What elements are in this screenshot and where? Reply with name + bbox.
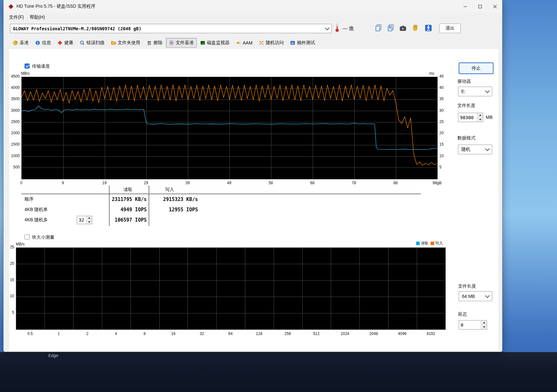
info-icon (35, 40, 40, 45)
block-chart-x-ticks: 0.512481632641282565121024204840968192 (16, 331, 445, 337)
read-legend-label: 读取 (421, 241, 428, 246)
file-length-unit: MB (486, 115, 493, 120)
copy-results-button[interactable] (374, 23, 383, 33)
red-cross-icon (57, 40, 63, 45)
transfer-speed-checkbox-label: 传输速度 (32, 63, 50, 69)
transfer-speed-chart (21, 77, 438, 179)
block-size-chart (16, 247, 446, 330)
tab-label: 额外测试 (297, 40, 315, 46)
results-write-value: 12955 IOPS (153, 207, 198, 213)
tab-error-scan[interactable]: 错误扫描 (77, 38, 107, 48)
file-benchmark-icon (169, 40, 174, 45)
tab-file-benchmark[interactable]: 文件基准 (166, 38, 197, 48)
transfer-speed-checkbox[interactable] (24, 63, 30, 69)
results-divider (21, 194, 421, 194)
maximize-button[interactable] (473, 0, 487, 13)
x-axis-ticks: 09192939495868788898gB (21, 181, 437, 186)
results-read-value: 2311795 KB/s (83, 196, 147, 202)
results-write-value: 2915323 KB/s (153, 196, 198, 202)
taskbar: Edge (0, 352, 557, 392)
tab-aam[interactable]: AAM (233, 38, 255, 47)
tab-label: 健康 (64, 40, 73, 46)
tab-random-access[interactable]: 随机访问 (256, 38, 287, 48)
delay-input[interactable] (459, 320, 481, 329)
block-size-checkbox-label: 块大小测量 (32, 234, 54, 240)
drive-dropdown[interactable]: E: (458, 87, 492, 96)
drive-dropdown-value: E: (461, 89, 465, 94)
tab-extra-tests[interactable]: 额外测试 (287, 38, 318, 48)
menubar: 文件(F) 帮助(H) (4, 13, 502, 22)
file-length-field-label: 文件长度 (457, 103, 475, 109)
app-icon (8, 4, 14, 9)
drive-selector-value: GLOWAY Professional2TNVMe-M.2/80SN09742 … (13, 26, 141, 31)
spinner-up-button[interactable] (481, 320, 487, 325)
file-length-input[interactable] (458, 113, 477, 122)
save-download-button[interactable] (424, 23, 433, 33)
results-row-label: 4KB 随机多 (24, 217, 48, 223)
results-row-label: 4KB 随机单 (24, 207, 48, 213)
tab-folder-usage[interactable]: 文件夹使用 (108, 38, 143, 48)
tab-info[interactable]: 信息 (32, 38, 54, 48)
read-legend-swatch (416, 242, 420, 245)
taskbar-item-edge[interactable]: Edge (48, 353, 58, 358)
window-title: HD Tune Pro 5.75 - 硬盘/SSD 实用程序 (16, 4, 95, 9)
spinner-down-button[interactable] (477, 118, 483, 122)
tab-label: 文件基准 (176, 40, 194, 46)
titlebar: HD Tune Pro 5.75 - 硬盘/SSD 实用程序 (4, 0, 502, 13)
speaker-icon (236, 40, 241, 45)
data-mode-dropdown-value: 随机 (461, 147, 470, 152)
data-mode-dropdown[interactable]: 随机 (458, 145, 492, 154)
camera-button[interactable] (398, 23, 408, 33)
file-length2-dropdown[interactable]: 64 MB (459, 291, 492, 301)
hdtune-window: HD Tune Pro 5.75 - 硬盘/SSD 实用程序 文件(F) 帮助(… (3, 0, 503, 352)
minimize-button[interactable] (458, 0, 473, 13)
results-write-header: 写入 (157, 187, 182, 193)
tabbar: 基准 信息 健康 错误扫描 文件夹使用 擦除 文件基准 磁盘监视器 (10, 37, 500, 48)
data-mode-field-label: 数据模式 (457, 135, 475, 141)
magnifier-icon (80, 40, 85, 45)
extra-tests-icon (290, 40, 295, 45)
copy-screenshot-button[interactable] (386, 23, 396, 33)
write-legend-label: 写入 (435, 241, 443, 246)
tab-erase[interactable]: 擦除 (144, 38, 165, 48)
close-button[interactable] (487, 0, 502, 13)
dice-dots-icon (259, 40, 264, 45)
block-size-checkbox[interactable] (24, 234, 30, 240)
hand-pointer-button[interactable] (410, 23, 420, 33)
stop-button[interactable]: 停止 (459, 62, 493, 74)
drive-field-label: 驱动器 (457, 79, 471, 84)
toolbar: GLOWAY Professional2TNVMe-M.2/80SN09742 … (4, 22, 502, 37)
chevron-down-icon (485, 147, 490, 151)
tab-label: 擦除 (153, 40, 162, 46)
temperature-readout: — 癔 (343, 25, 354, 32)
tab-label: 错误扫描 (86, 40, 104, 46)
monitor-chart-icon (200, 40, 205, 45)
spinner-down-button[interactable] (481, 325, 487, 329)
block-chart-unit-label: MB/s (16, 242, 24, 246)
tab-label: AAM (243, 40, 252, 45)
thermometer-icon (335, 23, 339, 33)
drive-selector-combo[interactable]: GLOWAY Professional2TNVMe-M.2/80SN09742 … (10, 24, 332, 33)
delay-spinner[interactable] (459, 320, 487, 330)
file-benchmark-panel: 传输速度 MB/s ms 450040003500300025002000150… (9, 49, 498, 351)
results-row-label: 顺序 (24, 196, 34, 202)
tab-label: 信息 (42, 40, 51, 46)
tab-label: 随机访问 (266, 40, 284, 46)
tab-label: 磁盘监视器 (207, 40, 230, 46)
menu-help[interactable]: 帮助(H) (27, 14, 48, 21)
chevron-down-icon (325, 25, 329, 30)
file-length-spinner[interactable] (458, 113, 483, 122)
y-axis-left-ticks: 45004000350030002500200015001000500 (9, 77, 20, 179)
spinner-up-button[interactable] (477, 113, 483, 118)
tab-benchmark[interactable]: 基准 (10, 38, 32, 48)
trash-icon (147, 40, 152, 45)
menu-file[interactable]: 文件(F) (6, 14, 27, 21)
y-left-unit-label: MB/s (21, 71, 30, 76)
file-length2-field-label: 文件长度 (458, 283, 476, 289)
tab-health[interactable]: 健康 (54, 38, 76, 48)
delay-field-label: 延迟 (458, 311, 467, 317)
gauge-icon (13, 40, 18, 45)
exit-button[interactable]: 退出 (439, 24, 461, 33)
file-length2-dropdown-value: 64 MB (462, 294, 475, 299)
tab-disk-monitor[interactable]: 磁盘监视器 (197, 38, 232, 48)
